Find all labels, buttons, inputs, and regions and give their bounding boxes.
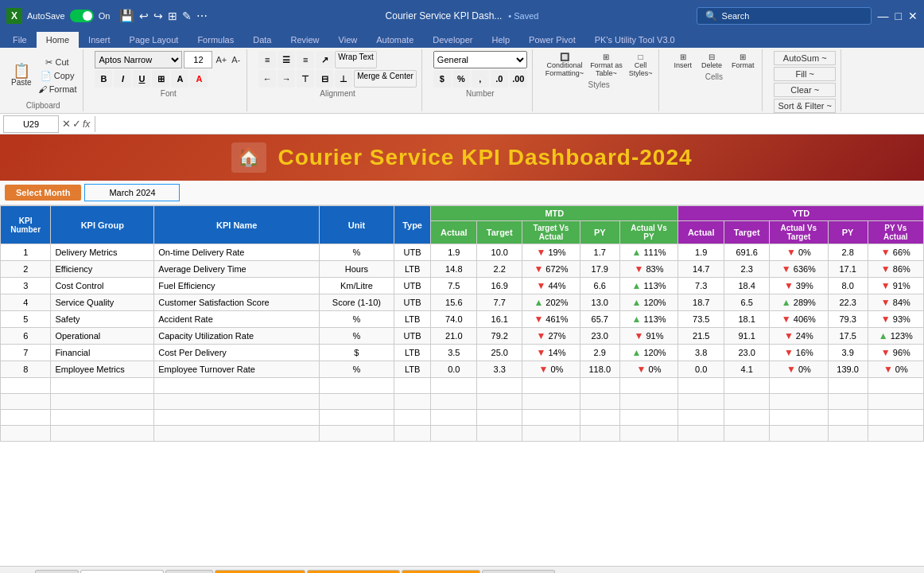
align-left-button[interactable]: ≡ — [258, 51, 276, 68]
currency-button[interactable]: $ — [433, 70, 451, 88]
percent-button[interactable]: % — [452, 70, 470, 88]
sheet-tab-kpi-input-py[interactable]: KPI Input - PY — [402, 570, 480, 573]
border-button[interactable]: ⊞ — [152, 70, 169, 88]
font-increase-button[interactable]: A+ — [214, 54, 228, 65]
sheet-tab-kpi-input-actual[interactable]: KPI Input_Actual — [215, 570, 305, 573]
fill-color-button[interactable]: A — [171, 70, 188, 88]
bold-button[interactable]: B — [95, 70, 112, 88]
down-arrow-icon: ▼ — [782, 263, 791, 275]
format-painter-button[interactable]: 🖌 Format — [37, 84, 79, 95]
tab-review[interactable]: Review — [281, 32, 328, 48]
indent-less-button[interactable]: ← — [258, 70, 276, 88]
down-arrow-icon: ▼ — [635, 263, 644, 275]
empty-cell — [868, 394, 923, 410]
kpi-table-wrap: KPINumber KPI Group KPI Name Unit Type M… — [0, 205, 924, 442]
decrease-decimal-button[interactable]: .00 — [510, 70, 527, 88]
align-bottom-button[interactable]: ⊥ — [335, 70, 352, 88]
font-color-button[interactable]: A — [190, 70, 208, 88]
orientation-button[interactable]: ↗ — [316, 51, 333, 68]
tab-developer[interactable]: Developer — [423, 32, 482, 48]
cell-styles-button[interactable]: □ CellStyles~ — [627, 51, 654, 79]
cell-reference-input[interactable] — [3, 115, 59, 133]
paste-button[interactable]: 📋 Clipboard Paste — [8, 62, 35, 88]
cell-mtd-actual: 14.8 — [431, 261, 477, 278]
cell-mtd-avpy: ▼ 0% — [619, 361, 677, 378]
copy-button[interactable]: 📄 Copy — [37, 70, 79, 82]
cut-button[interactable]: ✂ Cut — [37, 57, 79, 68]
fx-icon[interactable]: fx — [83, 119, 90, 130]
cell-styles-icon: □ — [639, 53, 643, 61]
cell-mtd-avpy: ▼ 91% — [619, 328, 677, 345]
more-icon[interactable]: ⋯ — [196, 10, 208, 22]
sort-filter-button[interactable]: Sort & Filter ~ — [774, 99, 836, 113]
search-bar[interactable]: 🔍 Search — [697, 7, 872, 25]
add-sheet-button[interactable]: + — [557, 570, 574, 574]
empty-cell — [770, 410, 828, 426]
sheet-tab-kpi-input-target[interactable]: KPI Input - Target — [307, 570, 400, 573]
misc-icon[interactable]: ✎ — [182, 10, 192, 22]
cancel-formula-icon[interactable]: ✕ — [62, 118, 71, 130]
main-content: 🏠 Courier Service KPI Dashboard-2024 Sel… — [0, 134, 924, 566]
wrap-text-button[interactable]: Wrap Text — [335, 51, 377, 68]
merge-center-button[interactable]: Merge & Center — [354, 70, 417, 88]
comma-button[interactable]: , — [472, 70, 489, 88]
italic-button[interactable]: I — [114, 70, 131, 88]
cell-ytd-py: 139.0 — [828, 361, 868, 378]
maximize-icon[interactable]: □ — [895, 10, 902, 22]
redo-icon[interactable]: ↪ — [153, 10, 163, 22]
tab-formulas[interactable]: Formulas — [188, 32, 243, 48]
align-top-button[interactable]: ⊤ — [297, 70, 314, 88]
tab-file[interactable]: File — [3, 32, 37, 48]
font-name-select[interactable]: Aptos Narrow — [95, 51, 182, 68]
clear-button[interactable]: Clear ~ — [774, 83, 836, 97]
underline-button[interactable]: U — [133, 70, 150, 88]
align-center-button[interactable]: ☰ — [278, 51, 295, 68]
tab-home[interactable]: Home — [37, 32, 79, 48]
sheet-tab-home[interactable]: Home — [35, 570, 79, 573]
font-size-input[interactable] — [184, 51, 212, 68]
tab-insert[interactable]: Insert — [79, 32, 120, 48]
format-cell-button[interactable]: ⊞ Format — [728, 51, 758, 71]
sheet-tab-kpi-dashboard[interactable]: KPI Dashboard — [80, 570, 164, 573]
indent-more-button[interactable]: → — [278, 70, 295, 88]
down-arrow-icon: ▼ — [784, 330, 794, 341]
number-format-select[interactable]: General — [433, 51, 527, 68]
align-right-button[interactable]: ≡ — [297, 51, 314, 68]
conditional-formatting-button[interactable]: 🔲 ConditionalFormatting~ — [544, 51, 585, 79]
tab-page-layout[interactable]: Page Layout — [120, 32, 188, 48]
cell-ytd-target: 91.1 — [724, 328, 770, 345]
undo-icon[interactable]: ↩ — [139, 10, 149, 22]
th-ytd-avt: Actual VsTarget — [770, 221, 828, 244]
tab-power-pivot[interactable]: Power Pivot — [519, 32, 585, 48]
cell-ytd-py: 17.5 — [828, 328, 868, 345]
align-middle-button[interactable]: ⊟ — [316, 70, 333, 88]
up-arrow-icon: ▲ — [631, 347, 641, 358]
autosave-toggle[interactable] — [70, 10, 94, 22]
home-icon[interactable]: 🏠 — [231, 142, 266, 173]
minimize-icon[interactable]: — — [878, 10, 889, 22]
tab-pk-utility[interactable]: PK's Utility Tool V3.0 — [585, 32, 685, 48]
autosum-button[interactable]: AutoSum ~ — [774, 51, 836, 65]
fill-button[interactable]: Fill ~ — [774, 67, 836, 81]
number-label: Number — [466, 89, 495, 98]
insert-cell-button[interactable]: ⊞ Insert — [670, 51, 695, 71]
formula-input[interactable] — [100, 115, 921, 133]
tab-help[interactable]: Help — [482, 32, 519, 48]
confirm-formula-icon[interactable]: ✓ — [72, 118, 81, 130]
font-decrease-button[interactable]: A- — [230, 54, 242, 65]
empty-cell — [828, 410, 868, 426]
format-as-table-button[interactable]: ⊞ Format asTable~ — [588, 51, 624, 79]
cell-kpi-group: Operational — [51, 328, 154, 345]
tab-data[interactable]: Data — [243, 32, 281, 48]
tab-view[interactable]: View — [329, 32, 367, 48]
tab-automate[interactable]: Automate — [367, 32, 423, 48]
table-icon[interactable]: ⊞ — [168, 10, 177, 22]
sheet-tab-kpi-definition[interactable]: KPI Definition — [482, 570, 556, 573]
cell-ytd-avt: ▲ 289% — [770, 294, 828, 311]
sheet-tab-trends[interactable]: Trends — [165, 570, 213, 573]
delete-cell-button[interactable]: ⊟ Delete — [698, 51, 725, 71]
increase-decimal-button[interactable]: .0 — [491, 70, 508, 88]
save-icon[interactable]: 💾 — [119, 9, 134, 23]
close-icon[interactable]: ✕ — [908, 10, 918, 22]
select-month-button[interactable]: Select Month — [5, 185, 81, 201]
